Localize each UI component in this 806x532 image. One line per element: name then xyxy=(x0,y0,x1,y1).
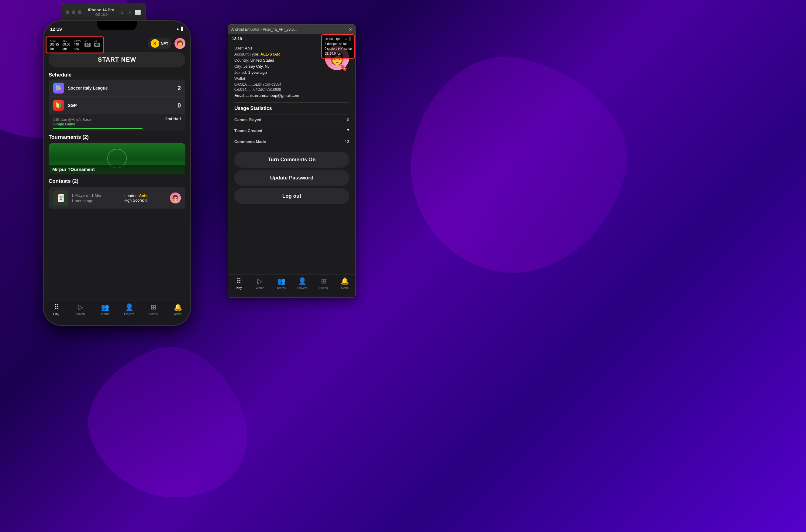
android-bases-icon: ⊞ xyxy=(321,277,326,285)
usage-section: Usage Statistics Games Played 0 Teams Cr… xyxy=(234,102,349,147)
android-sidebar: ⏻ 🔊 🔉 ✏ 🗑 📷 🔍 ◁ ○ □ ··· xyxy=(355,34,355,184)
profile-wallet-label: Wallet: xyxy=(234,76,325,81)
alerts-tab-icon: 🔔 xyxy=(174,303,182,311)
debug-table: RAM JSC Views UI JS 305.95 00.00 448 60 … xyxy=(50,39,100,51)
match1-icon: 🐘 xyxy=(53,82,64,94)
usage-row-1: Teams Created 7 xyxy=(234,126,349,136)
tournament-card[interactable]: Mirpur TOurnament xyxy=(49,143,185,174)
android-screen: 12:19 ▲ ▋ User: Anis Account Type: ALL-S… xyxy=(228,34,355,297)
iphone-frame: RAM JSC Views UI JS 305.95 00.00 448 60 … xyxy=(44,21,190,325)
play-tab-icon: ⠿ xyxy=(54,303,59,311)
usage-row-0: Games Played 0 xyxy=(234,114,349,126)
tournament-name: Mirpur TOurnament xyxy=(49,165,185,174)
android-tab-players[interactable]: 👤 Players xyxy=(292,277,313,290)
profile-wallet1: 0x65bA.......5EbF7CdFc3584 xyxy=(234,82,325,87)
tab-watch[interactable]: ▷ Watch xyxy=(68,303,93,316)
ios-chrome-dots xyxy=(66,10,81,14)
nft-badge[interactable]: K NFT xyxy=(148,38,171,49)
profile-account: Account Type: ALL-STAR xyxy=(234,52,325,56)
chrome-dot-1 xyxy=(66,10,69,14)
contests-title: Contests (2) xyxy=(44,175,190,186)
android-tabbar: ⠿ Play ▷ Watch 👥 Teams 👤 Players ⊞ Bases… xyxy=(228,274,355,297)
start-new-button[interactable]: START NEW xyxy=(49,52,185,68)
teams-tab-icon: 👥 xyxy=(101,303,109,311)
android-debug-overlay: UI: 60.0 fps 4 dropped so far 0 stutters… xyxy=(321,34,355,59)
chrome-dot-2 xyxy=(72,10,75,14)
android-play-icon: ⠿ xyxy=(236,277,241,285)
profile-content: User: Anis Account Type: ALL-STAR Countr… xyxy=(228,43,355,210)
iphone-screen: RAM JSC Views UI JS 305.95 00.00 448 60 … xyxy=(44,21,190,325)
profile-country: Country: United States xyxy=(234,58,325,62)
ios-device-info: iPhone 14 Pro iOS 16.0 xyxy=(88,7,114,17)
wifi-icon: ▲ xyxy=(176,27,180,31)
user-avatar[interactable]: 🧑 xyxy=(175,38,185,49)
match-row-1[interactable]: 🐘 Soccer Italy League 2 xyxy=(49,79,185,97)
android-tab-alerts[interactable]: 🔔 Alerts xyxy=(334,277,355,290)
home-icon[interactable]: ⌂ xyxy=(121,10,124,15)
screenshot-icon[interactable]: ⊡ xyxy=(127,10,131,15)
watch-tab-icon: ▷ xyxy=(78,303,83,311)
ios-chrome-bar: iPhone 14 Pro iOS 16.0 ⌂ ⊡ ⬜ xyxy=(61,3,146,21)
contest-avatar: 🧑 xyxy=(170,192,181,204)
schedule-card: 🐘 Soccer Italy League 2 🔰 SGP 0 11th Jan… xyxy=(49,79,185,131)
logout-btn[interactable]: Log out xyxy=(234,188,349,204)
update-password-btn[interactable]: Update Password xyxy=(234,170,349,186)
tab-alerts[interactable]: 🔔 Alerts xyxy=(166,303,190,316)
ios-chrome-actions: ⌂ ⊡ ⬜ xyxy=(121,10,141,15)
bookmark-icon: 🔖 xyxy=(340,64,348,72)
tab-players[interactable]: 👤 Players xyxy=(117,303,141,316)
contest-image: 🃏 xyxy=(53,190,68,206)
android-players-icon: 👤 xyxy=(298,277,306,285)
tab-play[interactable]: ⠿ Play xyxy=(44,303,68,316)
android-tab-bases[interactable]: ⊞ Bases xyxy=(313,277,334,290)
match-footer: 11th Jan @Anis's Base 2nd Half Single Ga… xyxy=(49,114,185,131)
bases-tab-icon: ⊞ xyxy=(151,303,156,311)
contest-leader: Leader: Anis High Score: 0 xyxy=(123,193,147,203)
battery-icon: ▋ xyxy=(181,27,184,31)
match-row-2[interactable]: 🔰 SGP 0 xyxy=(49,97,185,114)
match-progress-bar xyxy=(53,128,143,129)
android-titlebar-buttons: — ✕ xyxy=(342,27,352,32)
profile-user: User: Anis xyxy=(234,46,325,51)
android-tab-watch[interactable]: ▷ Watch xyxy=(250,277,271,290)
contest-info: 1 Players - 1 Min 1 month ago xyxy=(71,193,101,203)
profile-city: City: Jersey City, NJ xyxy=(234,64,325,69)
debug-overlay: RAM JSC Views UI JS 305.95 00.00 448 60 … xyxy=(45,36,104,54)
android-tab-teams[interactable]: 👥 Teams xyxy=(271,277,292,290)
android-titlebar: Android Emulator - Pixel_4a_API_33:5... … xyxy=(228,24,355,34)
android-teams-icon: 👥 xyxy=(277,277,286,285)
nft-k-logo: K xyxy=(151,39,159,48)
tournaments-title: Tournaments (2) xyxy=(44,131,190,142)
profile-email: Email: anisurrahmanbup@gmail.com xyxy=(234,93,325,98)
android-close-btn[interactable]: ✕ xyxy=(349,27,352,32)
match2-icon: 🔰 xyxy=(53,100,64,111)
android-watch-icon: ▷ xyxy=(257,277,262,285)
schedule-title: Schedule xyxy=(44,69,190,79)
turn-comments-btn[interactable]: Turn Comments On xyxy=(234,152,349,168)
usage-row-2: Comments Made 13 xyxy=(234,136,349,147)
tab-bases[interactable]: ⊞ Bases xyxy=(141,303,166,316)
profile-wallet2: 0xb014.......04CdC47518608 xyxy=(234,88,325,92)
android-tab-play[interactable]: ⠿ Play xyxy=(228,277,250,290)
contest-card[interactable]: 🃏 1 Players - 1 Min 1 month ago Leader: … xyxy=(49,187,185,209)
android-minimize-btn[interactable]: — xyxy=(342,27,346,32)
usage-title: Usage Statistics xyxy=(234,102,349,114)
android-alerts-icon: 🔔 xyxy=(341,277,349,285)
android-frame: Android Emulator - Pixel_4a_API_33:5... … xyxy=(228,24,355,298)
iphone-statusbar: 12:19 ▲ ▋ xyxy=(44,21,190,36)
players-tab-icon: 👤 xyxy=(125,303,133,311)
rotate-icon[interactable]: ⬜ xyxy=(135,10,141,15)
iphone-tabbar: ⠿ Play ▷ Watch 👥 Teams 👤 Players ⊞ Bases… xyxy=(44,301,190,325)
status-icons: ▲ ▋ xyxy=(176,27,184,31)
tab-teams[interactable]: 👥 Teams xyxy=(93,303,117,316)
profile-joined: Joined: 1 year ago xyxy=(234,70,325,75)
chrome-dot-3 xyxy=(78,10,81,14)
profile-info: User: Anis Account Type: ALL-STAR Countr… xyxy=(234,46,325,98)
